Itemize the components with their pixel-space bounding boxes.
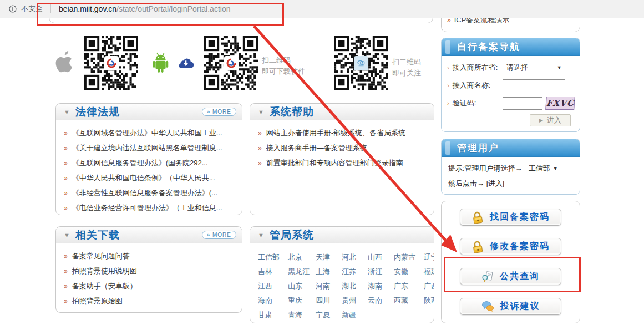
bureau-link[interactable]: 重庆 [288, 293, 316, 308]
captcha-image[interactable]: FXVC [545, 97, 575, 110]
download-link[interactable]: »拍照背景原始图 [62, 293, 236, 308]
bureau-link[interactable]: 安徽 [394, 265, 424, 279]
field-bullet-icon: › [447, 82, 449, 89]
help-link[interactable]: »网站主办者使用手册-部级系统、各省局系统 [256, 125, 428, 140]
beian-swirl-logo-icon [224, 56, 239, 70]
law-link[interactable]: »《非经营性互联网信息服务备案管理办法》(... [62, 185, 236, 200]
panel-title: 相关下载 [75, 228, 120, 242]
bullet-icon: » [64, 144, 68, 152]
browser-address-bar[interactable]: 不安全 beian.miit.gov.cn/state/outPortal/lo… [0, 0, 644, 18]
field-bullet-icon: › [447, 100, 449, 106]
law-link-label: 《互联网域名管理办法》中华人民共和国工业... [72, 129, 222, 137]
law-link-label: 《中华人民共和国电信条例》（中华人民共... [72, 174, 215, 182]
panel-downloads: ▼ 相关下载 » MORE »备案常见问题问答»拍照背景使用说明图»备案助手（安… [55, 226, 242, 313]
law-link[interactable]: »《互联网域名管理办法》中华人民共和国工业... [62, 125, 236, 140]
info-icon[interactable] [9, 5, 17, 13]
panel-title: 系统帮助 [270, 105, 314, 119]
bullet-icon: » [258, 159, 262, 167]
download-link[interactable]: »备案助手（安卓版） [62, 278, 236, 293]
bureau-link[interactable]: 青海 [288, 308, 316, 322]
center-blue-logo-icon [354, 56, 368, 70]
law-link-label: 《关于建立境内违法互联网站黑名单管理制度... [72, 144, 222, 152]
captcha-input[interactable] [503, 97, 542, 110]
bureau-link[interactable]: 河北 [342, 250, 368, 265]
bureau-link[interactable]: 天津 [316, 250, 342, 265]
law-link[interactable]: »《电信业务经营许可管理办法》（工业和信息... [62, 200, 236, 215]
security-label: 不安全 [21, 4, 43, 14]
isp-name-input[interactable] [503, 79, 565, 92]
admin-hint-text: 提示:管理用户请选择→ [448, 164, 523, 174]
bullet-icon: » [64, 282, 68, 290]
url-text[interactable]: beian.miit.gov.cn/state/outPortal/loginP… [50, 4, 230, 13]
selected-value: 请选择 [506, 63, 528, 73]
bullet-icon: » [64, 189, 68, 197]
bureau-link[interactable]: 云南 [368, 293, 394, 308]
bureau-link[interactable]: 广东 [394, 279, 424, 293]
bureau-link[interactable]: 四川 [316, 293, 342, 308]
law-link[interactable]: »《关于建立境内违法互联网站黑名单管理制度... [62, 140, 236, 155]
complaints-button[interactable]: 投诉建议 [460, 298, 561, 315]
bullet-icon: » [64, 252, 68, 260]
select-caret-icon: ▼ [553, 166, 558, 171]
bullet-icon: » [64, 297, 68, 305]
bureau-link[interactable]: 贵州 [342, 293, 368, 308]
bureau-link[interactable]: 江苏 [342, 265, 368, 279]
field-label: 验证码: [453, 98, 503, 108]
download-link[interactable]: »备案常见问题问答 [62, 248, 236, 263]
isp-province-select[interactable]: 请选择 ▼ [503, 62, 565, 74]
panel-title: 自行备案导航 [457, 40, 520, 53]
law-link[interactable]: »《中华人民共和国电信条例》（中华人民共... [62, 170, 236, 185]
caret-down-icon: ▼ [258, 232, 264, 238]
bureau-link[interactable]: 北京 [288, 250, 316, 265]
bureau-link[interactable]: 山东 [288, 279, 316, 293]
panel-bureau: ▼ 管局系统 工信部北京天津河北山西内蒙古辽宁吉林黑龙江上海江苏浙江安徽福建江西… [250, 226, 434, 323]
admin-user-select[interactable]: 工信部 ▼ [525, 163, 561, 174]
public-query-button[interactable]: 公共查询 [460, 268, 561, 285]
button-label: 修改备案密码 [490, 241, 550, 252]
lock-icon [471, 211, 484, 224]
law-link[interactable]: »《互联网信息服务管理办法》(国务院292... [62, 155, 236, 170]
retrieve-password-button[interactable]: 找回备案密码 [460, 209, 561, 226]
more-button[interactable]: » MORE [202, 108, 236, 116]
enter-button[interactable]: ▶ 进入 [530, 114, 571, 126]
bureau-link[interactable]: 西藏 [394, 293, 424, 308]
panel-title: 管局系统 [270, 228, 314, 242]
bullet-icon: » [64, 174, 68, 182]
bureau-link[interactable]: 上海 [316, 265, 342, 279]
lock-icon [471, 240, 484, 253]
more-button[interactable]: » MORE [202, 231, 236, 239]
admin-enter-hint[interactable]: 然后点击→ |进入| [448, 179, 504, 189]
chat-icon [481, 301, 494, 312]
bureau-link[interactable]: 新疆 [342, 308, 368, 322]
bureau-link[interactable]: 湖南 [368, 279, 394, 293]
bullet-icon: » [258, 129, 262, 137]
download-link[interactable]: »拍照背景使用说明图 [62, 263, 236, 278]
caret-down-icon: ▼ [258, 109, 264, 115]
help-link-label: 前置审批部门和专项内容管理部门登录指南 [266, 159, 403, 167]
bureau-link[interactable]: 陕西 [424, 293, 434, 308]
bureau-link[interactable]: 福建 [424, 265, 434, 279]
bureau-link[interactable]: 宁夏 [316, 308, 342, 322]
bureau-link[interactable]: 海南 [258, 293, 288, 308]
bureau-link[interactable]: 江西 [258, 279, 288, 293]
bureau-link[interactable]: 河南 [316, 279, 342, 293]
bureau-link[interactable]: 辽宁 [424, 250, 434, 265]
panel-title: 法律法规 [75, 105, 120, 119]
enter-button-label: 进入 [547, 115, 561, 125]
help-link[interactable]: »前置审批部门和专项内容管理部门登录指南 [256, 155, 428, 170]
change-password-button[interactable]: 修改备案密码 [460, 238, 561, 255]
bureau-link[interactable]: 内蒙古 [394, 250, 424, 265]
bureau-link[interactable]: 山西 [368, 250, 394, 265]
bureau-link[interactable]: 工信部 [258, 250, 288, 265]
panel-self-filing-nav-header: 自行备案导航 [442, 38, 580, 56]
bureau-link[interactable]: 黑龙江 [288, 265, 316, 279]
apple-logo-icon [54, 50, 74, 76]
caret-down-icon: ▼ [64, 232, 70, 238]
bureau-link[interactable]: 浙江 [368, 265, 394, 279]
help-link[interactable]: »接入服务商手册—备案管理系统 [256, 140, 428, 155]
field-bullet-icon: › [447, 64, 449, 71]
bureau-link[interactable]: 湖北 [342, 279, 368, 293]
bureau-link[interactable]: 吉林 [258, 265, 288, 279]
bureau-link[interactable]: 广西 [424, 279, 434, 293]
bureau-link[interactable]: 甘肃 [258, 308, 288, 322]
